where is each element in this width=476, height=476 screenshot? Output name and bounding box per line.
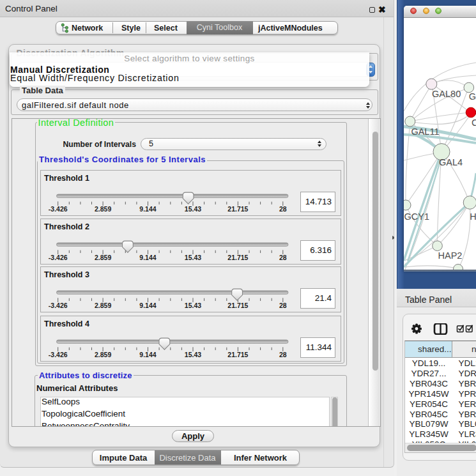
svg-text:-3.426: -3.426 xyxy=(49,205,68,213)
svg-text:15.43: 15.43 xyxy=(185,254,201,261)
svg-text:9.144: 9.144 xyxy=(139,351,156,358)
svg-text:9.144: 9.144 xyxy=(139,205,156,213)
svg-text:21.715: 21.715 xyxy=(227,302,248,309)
svg-text:9.144: 9.144 xyxy=(139,254,156,261)
svg-text:-3.426: -3.426 xyxy=(49,302,68,309)
svg-text:2.859: 2.859 xyxy=(95,302,111,309)
svg-text:15.43: 15.43 xyxy=(185,302,201,309)
svg-text:GAL4: GAL4 xyxy=(439,157,463,167)
svg-text:2.859: 2.859 xyxy=(95,205,111,213)
svg-text:C: C xyxy=(472,118,476,128)
svg-text:2.859: 2.859 xyxy=(95,254,111,261)
svg-text:GAL80: GAL80 xyxy=(432,89,461,99)
svg-text:9.144: 9.144 xyxy=(139,302,156,309)
svg-text:GA: GA xyxy=(469,91,476,102)
svg-text:15.43: 15.43 xyxy=(185,351,201,358)
svg-text:-3.426: -3.426 xyxy=(49,254,68,261)
svg-text:GAL11: GAL11 xyxy=(411,127,439,137)
svg-text:28: 28 xyxy=(279,205,287,213)
svg-text:28: 28 xyxy=(279,254,287,261)
svg-text:-3.426: -3.426 xyxy=(49,351,68,358)
svg-text:21.715: 21.715 xyxy=(227,205,248,213)
svg-text:15.43: 15.43 xyxy=(185,205,201,213)
svg-text:HAP2: HAP2 xyxy=(438,250,463,261)
svg-text:HIS: HIS xyxy=(470,211,476,222)
svg-text:21.715: 21.715 xyxy=(227,351,248,358)
svg-text:2.859: 2.859 xyxy=(95,351,111,358)
svg-text:GCY1: GCY1 xyxy=(404,211,430,222)
svg-text:28: 28 xyxy=(279,302,287,309)
svg-text:21.715: 21.715 xyxy=(227,254,248,261)
svg-text:28: 28 xyxy=(279,351,287,358)
